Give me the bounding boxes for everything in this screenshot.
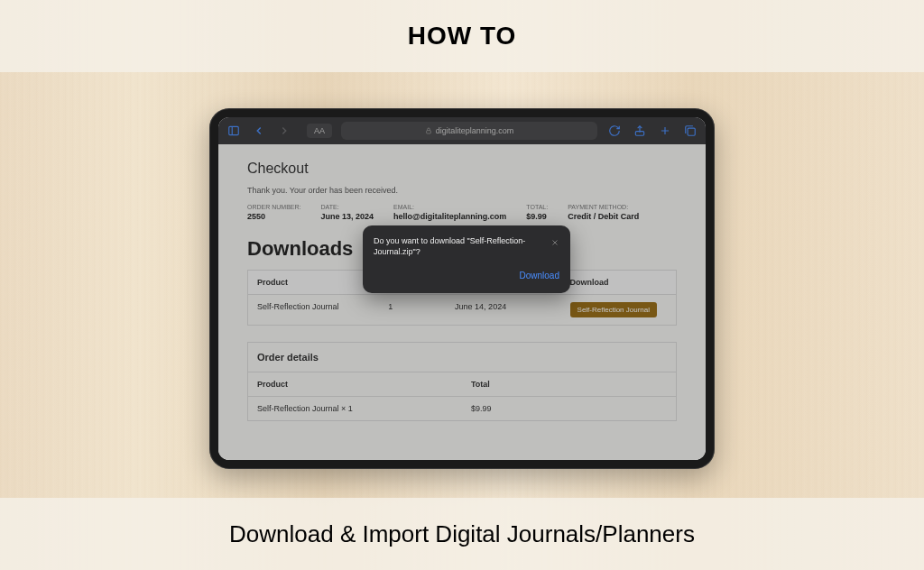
meta-label: TOTAL:	[526, 204, 548, 210]
cell-expires: June 14, 2024	[446, 295, 560, 325]
meta-label: PAYMENT METHOD:	[568, 204, 639, 210]
dialog-message: Do you want to download "Self-Reflection…	[374, 236, 559, 257]
tablet-screen: AA digitaliteplanning.com Checkout Thank…	[218, 117, 706, 460]
meta-label: EMAIL:	[393, 204, 506, 210]
sidebar-icon[interactable]	[226, 123, 242, 139]
svg-rect-2	[426, 131, 430, 133]
col-total: Total	[462, 372, 676, 396]
share-icon[interactable]	[632, 123, 648, 139]
dialog-download-button[interactable]: Download	[520, 271, 559, 280]
reload-icon[interactable]	[606, 123, 623, 139]
checkout-title: Checkout	[247, 161, 677, 177]
order-details-header-row: Product Total	[248, 372, 676, 397]
new-tab-icon[interactable]	[657, 123, 673, 139]
order-meta: ORDER NUMBER: 2550 DATE: June 13, 2024 E…	[247, 204, 677, 221]
cell-product: Self-Reflection Journal	[248, 295, 379, 325]
meta-value: hello@digitaliteplanning.com	[393, 212, 506, 221]
cell-product: Self-Reflection Journal × 1	[248, 397, 462, 420]
page-content: Checkout Thank you. Your order has been …	[218, 144, 706, 460]
text-size-control[interactable]: AA	[307, 124, 332, 138]
meta-date: DATE: June 13, 2024	[321, 204, 374, 221]
forward-icon	[276, 123, 292, 139]
order-details: Order details Product Total Self-Reflect…	[247, 342, 677, 421]
meta-label: DATE:	[321, 204, 374, 210]
url-text: digitaliteplanning.com	[436, 126, 514, 135]
col-product: Product	[248, 372, 462, 396]
meta-order-number: ORDER NUMBER: 2550	[247, 204, 301, 221]
meta-value: June 13, 2024	[321, 212, 374, 221]
col-download: Download	[561, 271, 676, 294]
back-icon[interactable]	[251, 123, 267, 139]
tablet-frame: AA digitaliteplanning.com Checkout Thank…	[209, 108, 715, 469]
dialog-actions: Download	[374, 266, 559, 282]
svg-rect-0	[229, 126, 239, 134]
cell-download: Self-Reflection Journal	[561, 295, 676, 325]
svg-rect-6	[688, 128, 695, 135]
meta-payment: PAYMENT METHOD: Credit / Debit Card	[568, 204, 639, 221]
meta-total: TOTAL: $9.99	[526, 204, 548, 221]
meta-email: EMAIL: hello@digitaliteplanning.com	[393, 204, 506, 221]
meta-label: ORDER NUMBER:	[247, 204, 301, 210]
meta-value: $9.99	[526, 212, 548, 221]
close-icon[interactable]	[550, 234, 561, 245]
col-product: Product	[248, 271, 379, 294]
browser-toolbar: AA digitaliteplanning.com	[218, 117, 706, 144]
meta-value: Credit / Debit Card	[568, 212, 639, 221]
top-banner: HOW TO	[0, 0, 924, 72]
order-details-row: Self-Reflection Journal × 1 $9.99	[248, 397, 676, 420]
cell-total: $9.99	[462, 397, 676, 420]
bottom-banner: Download & Import Digital Journals/Plann…	[0, 498, 924, 570]
bottom-banner-title: Download & Import Digital Journals/Plann…	[229, 520, 695, 548]
thank-you-message: Thank you. Your order has been received.	[247, 186, 677, 195]
cell-remaining: 1	[379, 295, 446, 325]
meta-value: 2550	[247, 212, 301, 221]
download-dialog: Do you want to download "Self-Reflection…	[363, 225, 570, 293]
top-banner-title: HOW TO	[408, 22, 517, 51]
order-details-heading: Order details	[248, 343, 676, 372]
tabs-icon[interactable]	[682, 123, 698, 139]
table-row: Self-Reflection Journal 1 June 14, 2024 …	[248, 295, 676, 325]
download-product-button[interactable]: Self-Reflection Journal	[570, 302, 657, 317]
url-bar[interactable]: digitaliteplanning.com	[341, 122, 597, 140]
